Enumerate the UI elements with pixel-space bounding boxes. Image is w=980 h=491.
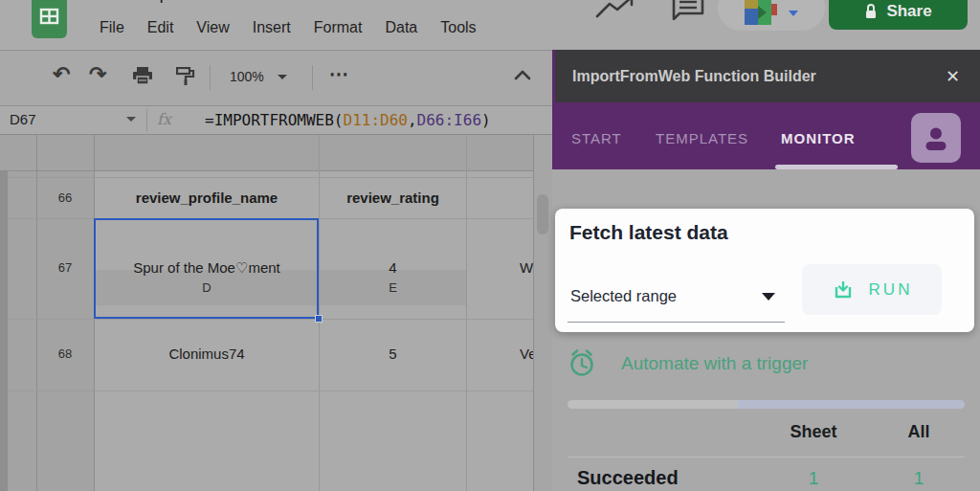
run-button-label: RUN (869, 280, 913, 300)
row-header-67[interactable]: 67 (36, 260, 94, 275)
cell-e67[interactable]: 4 (320, 259, 466, 276)
range-caret-icon (762, 293, 775, 301)
stats-value-all: 1 (900, 468, 938, 489)
tab-monitor[interactable]: MONITOR (781, 130, 856, 146)
lock-icon (864, 3, 878, 20)
sheet-grid: D E 66 67 68 review_profile_name review_… (0, 135, 552, 491)
sheets-logo-icon[interactable] (32, 0, 67, 38)
name-box-caret-icon[interactable] (126, 117, 136, 122)
cell-e68[interactable]: 5 (320, 346, 466, 362)
stats-table: Sheet All Succeeded 1 1 (568, 409, 965, 491)
zoom-level-value: 100% (230, 69, 264, 84)
tab-templates[interactable]: TEMPLATES (656, 130, 748, 146)
meet-button[interactable] (718, 0, 825, 31)
formula-bar: D67 fx =IMPORTFROMWEB(D11:D60,D66:I66) (0, 106, 552, 134)
stats-col-header-all: All (900, 422, 938, 442)
menu-item-insert[interactable]: Insert (253, 19, 291, 36)
meet-icon (745, 0, 779, 25)
row-header-column (0, 171, 94, 491)
activity-chart-icon[interactable] (595, 0, 639, 20)
range-selector-value: Selected range (570, 287, 677, 305)
comments-button[interactable] (670, 0, 708, 20)
share-button[interactable]: Share (829, 0, 968, 30)
fetch-panel-title: Fetch latest data (569, 221, 728, 244)
stats-row-label: Succeeded (577, 467, 679, 489)
menu-item-data[interactable]: Data (385, 19, 417, 36)
formula-input[interactable]: =IMPORTFROMWEB(D11:D60,D66:I66) (205, 111, 491, 129)
formula-comma: , (408, 111, 417, 129)
screenshot-root: Untitled spreadsheet File Edit View Inse… (0, 0, 980, 491)
menu-item-tools[interactable]: Tools (440, 19, 476, 36)
alarm-icon (568, 348, 596, 378)
gutter-strip (0, 171, 8, 491)
row-header-66[interactable]: 66 (36, 190, 94, 205)
sheet-scrollbar-thumb[interactable] (537, 194, 548, 234)
paint-format-button[interactable] (176, 67, 195, 85)
print-button[interactable] (132, 67, 153, 86)
stats-scroll-pill[interactable] (568, 400, 965, 409)
top-app-bar: Untitled spreadsheet File Edit View Inse… (0, 0, 980, 50)
person-icon (922, 123, 950, 152)
toolbar: ↶ ↷ 100% ⋯ (0, 51, 552, 105)
addon-title: ImportFromWeb Function Builder (572, 68, 816, 85)
formula-prefix: =IMPORTFROMWEB( (205, 111, 344, 129)
active-tab-indicator (775, 165, 898, 169)
addon-header: ImportFromWeb Function Builder ✕ (555, 50, 980, 102)
range-selector[interactable]: Selected range (568, 278, 785, 324)
download-icon (832, 279, 855, 301)
menu-item-edit[interactable]: Edit (147, 19, 174, 36)
row-header-68[interactable]: 68 (36, 346, 94, 361)
name-box[interactable]: D67 (10, 111, 36, 127)
selected-cell-outline[interactable] (94, 218, 319, 319)
cell-d66[interactable]: review_profile_name (95, 190, 319, 206)
cell-d68[interactable]: Clonimus74 (95, 346, 319, 362)
column-letter: E (389, 280, 397, 295)
stats-value-sheet: 1 (783, 468, 844, 489)
undo-button[interactable]: ↶ (53, 62, 70, 87)
fetch-panel: Fetch latest data Selected range RUN (555, 209, 974, 332)
zoom-select[interactable]: 100% (230, 69, 287, 84)
collapse-toolbar-button[interactable] (514, 70, 531, 80)
redo-button[interactable]: ↷ (89, 62, 106, 87)
cell-f68[interactable]: Ve (520, 346, 533, 362)
selection-fill-handle[interactable] (315, 315, 323, 323)
menu-item-view[interactable]: View (196, 19, 229, 36)
automate-trigger-link[interactable]: Automate with a trigger (568, 348, 808, 378)
cell-e66[interactable]: review_rating (320, 190, 466, 206)
zoom-caret-icon (278, 75, 287, 79)
more-toolbar-button[interactable]: ⋯ (329, 62, 349, 85)
tab-start[interactable]: START (571, 130, 622, 146)
menu-item-file[interactable]: File (100, 19, 124, 36)
close-addon-button[interactable]: ✕ (946, 66, 960, 87)
formula-range1: D11:D60 (344, 111, 408, 129)
fx-icon: fx (157, 110, 171, 128)
share-button-label: Share (886, 2, 931, 21)
column-header-row (0, 135, 533, 171)
document-title[interactable]: Untitled spreadsheet (92, 0, 241, 5)
menu-bar: File Edit View Insert Format Data Tools (100, 19, 477, 36)
formula-range2: D66:I66 (417, 111, 481, 129)
meet-caret-icon (789, 11, 798, 16)
formula-suffix: ) (481, 111, 491, 129)
addon-tab-bar: START TEMPLATES MONITOR (552, 102, 980, 169)
automate-link-label: Automate with a trigger (621, 353, 808, 374)
run-button[interactable]: RUN (802, 264, 942, 315)
menu-item-format[interactable]: Format (314, 19, 363, 36)
account-avatar[interactable] (911, 113, 961, 163)
cell-f67[interactable]: W (520, 259, 533, 276)
sheet-scrollbar-track[interactable] (534, 135, 552, 491)
stats-col-header-sheet: Sheet (783, 422, 844, 442)
